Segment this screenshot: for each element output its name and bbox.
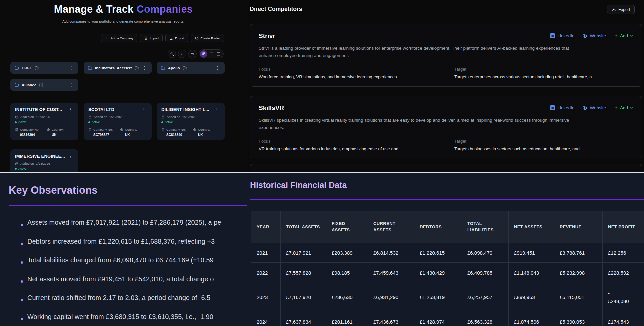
company-card[interactable]: DILIGENT INSIGHT L... ⋮ Added on 1/23/20… (157, 103, 225, 140)
focus-label: Focus (259, 139, 454, 144)
cell-debtors: £1,428,974 (414, 311, 462, 326)
calendar-icon (88, 115, 92, 119)
focus-value: VR training solutions for various indust… (259, 146, 454, 151)
list-view-icon[interactable] (210, 52, 214, 56)
export-button[interactable]: Export (165, 34, 188, 42)
folder-menu-button[interactable]: ⋮ (68, 82, 74, 88)
folder-icon (88, 66, 92, 70)
folder-chip-crfl[interactable]: CRFL (0) ⋮ (10, 62, 78, 74)
linkedin-link[interactable]: inLinkedIn (550, 33, 574, 38)
website-link[interactable]: Website (582, 33, 606, 38)
cell-debtors: £1,253,819 (414, 283, 462, 311)
grid-icon (202, 52, 206, 56)
cell-total-liabilities: £6,409,785 (462, 263, 509, 283)
chevron-down-icon (630, 106, 633, 110)
search-button[interactable] (168, 50, 176, 58)
observation-item: Assets moved from £7,017,921 (2021) to £… (27, 219, 247, 227)
cell-total-assets: £7,017,921 (281, 243, 326, 262)
import-button[interactable]: Import (140, 34, 163, 42)
website-link[interactable]: Website (582, 105, 606, 110)
cell-net-profit: £174,543 (603, 311, 644, 326)
observation-item: Current ratio shifted from 2.17 to 2.03,… (27, 294, 247, 303)
cell-revenue: £5,115,051 (554, 283, 603, 311)
table-row: 2022 £7,557,828 £98,185 £7,459,643 £1,43… (251, 262, 644, 283)
filter-button[interactable] (178, 50, 186, 58)
company-name: INSTITUTE OF CUST... (15, 107, 62, 112)
status-dot (161, 121, 163, 123)
column-header: NET ASSETS (509, 211, 554, 243)
company-card[interactable]: SCOTAI LTD ⋮ Added on 1/26/2026 Active C… (84, 103, 152, 140)
add-company-button[interactable]: Add a Company (101, 34, 137, 42)
company-menu-button[interactable]: ⋮ (141, 107, 147, 112)
linkedin-icon: in (550, 33, 555, 38)
folder-chip-incubators[interactable]: Incubators_Accelerators (0) ⋮ (84, 62, 152, 74)
cell-year: 2023 (251, 283, 281, 311)
competitor-card-skillsvr: SkillsVR inLinkedIn Website Add SkillsVR… (250, 96, 642, 158)
purple-divider (250, 199, 644, 200)
competitors-export-button[interactable]: Export (607, 5, 635, 14)
cell-total-assets: £7,637,834 (281, 311, 326, 326)
cell-current-assets: £6,814,532 (368, 243, 414, 262)
focus-label: Focus (259, 67, 454, 72)
folder-menu-button[interactable]: ⋮ (141, 65, 148, 71)
observation-item: Debtors increased from £1,220,615 to £1,… (27, 238, 247, 246)
cell-debtors: £1,220,615 (414, 243, 462, 262)
competitors-title: Direct Competitors (250, 6, 302, 13)
company-date: 1/23/2026 (36, 162, 50, 165)
company-menu-button[interactable]: ⋮ (67, 153, 74, 159)
company-menu-button[interactable]: ⋮ (67, 107, 74, 112)
status-badge: Active (88, 120, 147, 124)
sort-button[interactable] (188, 50, 197, 58)
page-title: Manage & Track Companies (0, 3, 247, 15)
bullet-icon (21, 224, 23, 226)
company-added-on: Added on 1/23/2026 (161, 115, 220, 119)
globe-icon (193, 128, 196, 131)
table-header-row: YEAR TOTAL ASSETS FIXED ASSETS CURRENT A… (251, 211, 644, 243)
folder-icon (14, 66, 19, 70)
linkedin-link[interactable]: inLinkedIn (550, 105, 574, 110)
folder-menu-button[interactable]: ⋮ (68, 65, 74, 71)
grid-view-button[interactable] (200, 50, 207, 58)
kanban-view-icon[interactable] (216, 52, 221, 56)
cell-total-liabilities: £6,563,328 (462, 311, 509, 326)
add-competitor-button[interactable]: Add (614, 105, 633, 110)
file-icon (144, 36, 148, 40)
company-info: Company No: 03316394 Country: UK (15, 128, 74, 137)
cell-year: 2024 (251, 311, 281, 326)
company-added-on: Added on 1/23/2026 (15, 162, 74, 165)
company-number: SC798527 (93, 133, 120, 137)
folder-menu-button[interactable]: ⋮ (214, 65, 221, 71)
company-card[interactable]: INSTITUTE OF CUST... ⋮ Added on 1/29/202… (10, 103, 78, 140)
observation-item: Total liabilities changed from £6,098,47… (27, 256, 247, 265)
calendar-icon (161, 115, 165, 119)
status-badge: Active (15, 120, 74, 124)
company-name: DILIGENT INSIGHT L... (161, 107, 209, 112)
status-dot (15, 121, 17, 123)
folder-count: (1) (39, 83, 43, 87)
folder-chip-alliance[interactable]: Alliance (1) ⋮ (10, 79, 78, 91)
company-menu-button[interactable]: ⋮ (214, 107, 220, 112)
page-title-accent: Companies (136, 3, 193, 15)
cell-net-assets: £1,074,506 (509, 311, 554, 326)
folder-chip-apollo[interactable]: Apollo (0) ⋮ (157, 62, 225, 74)
company-added-on: Added on 1/26/2026 (88, 115, 147, 119)
status-badge: Active (15, 167, 74, 170)
company-info: Company No: SC816340 Country: UK (161, 128, 220, 137)
company-card[interactable]: IMMERSIVE ENGINEE... ⋮ Added on 1/23/202… (10, 149, 78, 172)
cell-total-assets: £7,167,920 (281, 283, 326, 311)
competitor-description: SkillsVR specializes in creating virtual… (259, 117, 577, 132)
cell-net-profit: £12,256 (603, 243, 644, 262)
add-competitor-button[interactable]: Add (614, 33, 633, 38)
create-folder-button[interactable]: Create Folder (191, 34, 224, 42)
competitor-links: inLinkedIn Website Add (550, 105, 633, 110)
folder-count: (0) (135, 66, 139, 70)
target-label: Target (454, 67, 633, 72)
building-icon (161, 128, 165, 131)
cell-net-assets: £899,963 (509, 283, 554, 311)
target-value: Targets businesses in sectors such as ed… (454, 146, 633, 151)
status-badge: Active (161, 120, 220, 124)
company-number: SC816340 (166, 133, 193, 137)
folder-name: Apollo (168, 66, 180, 70)
competitor-name: SkillsVR (259, 104, 284, 112)
filter-sliders-icon (180, 52, 184, 56)
